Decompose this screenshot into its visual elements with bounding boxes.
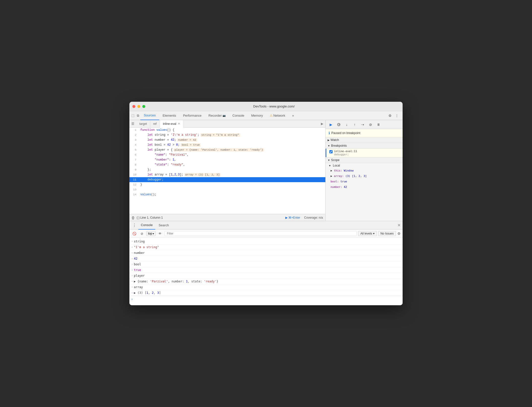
- console-tab-search[interactable]: Search: [156, 221, 171, 230]
- paused-text: Paused on breakpoint: [331, 131, 360, 135]
- main-content: ☰ target ref inline-eval ✕ ▶ 1: [129, 120, 403, 221]
- local-arrow-icon: ▼: [329, 164, 331, 167]
- breakpoints-header[interactable]: ▼ Breakpoints: [326, 143, 403, 149]
- file-tree-toggle[interactable]: ☰: [129, 122, 136, 126]
- toolbar-end: ⚙ ⋮: [387, 113, 402, 119]
- log-ret-arrow-icon: ‹: [131, 291, 133, 295]
- editor-tab-ref[interactable]: ref: [150, 120, 160, 128]
- breakpoints-arrow-icon: ▼: [328, 144, 330, 147]
- clear-console-button[interactable]: 🚫: [131, 231, 137, 237]
- run-button[interactable]: ▶ ⌘+Enter: [285, 216, 300, 219]
- step-button[interactable]: ⇢: [359, 121, 366, 128]
- info-icon: ℹ: [329, 131, 330, 135]
- code-line-3: 3 let number = 42;number = 42: [129, 137, 325, 142]
- log-out-arrow-icon: ›: [131, 273, 133, 278]
- context-arrow-icon: ▾: [153, 232, 154, 235]
- code-line-7: 7 "number": 1,: [129, 157, 325, 162]
- console-header: ⋮ Console Search ✕: [129, 221, 403, 230]
- scope-header[interactable]: ▼ Scope: [326, 157, 403, 163]
- settings-icon[interactable]: ⚙: [387, 113, 393, 119]
- log-item-bool-ret: ‹ true: [129, 267, 403, 273]
- log-out-arrow-icon: ›: [131, 251, 133, 255]
- tab-close-icon[interactable]: ✕: [178, 122, 180, 125]
- breakpoint-checkbox[interactable]: [329, 150, 333, 153]
- issues-counter[interactable]: No Issues: [378, 231, 396, 236]
- debug-toolbar: ▶ ↓ ↑ ⇢ ⊘ ⏸: [326, 120, 403, 129]
- tab-sources[interactable]: Sources: [140, 111, 159, 120]
- console-filter-input[interactable]: [165, 231, 357, 236]
- inspector-icon[interactable]: ⬚: [130, 113, 135, 118]
- eye-icon[interactable]: 👁: [157, 231, 163, 237]
- breakpoints-section: ▼ Breakpoints inline-eval:11 debugger;: [326, 143, 403, 157]
- editor-panel: ☰ target ref inline-eval ✕ ▶ 1: [129, 120, 326, 221]
- tab-elements[interactable]: Elements: [159, 111, 180, 120]
- log-out-arrow-icon: ›: [131, 262, 133, 267]
- local-label: Local: [333, 164, 340, 167]
- console-prompt-input[interactable]: [135, 297, 401, 301]
- log-item-array-ret: ‹ ▶ (3) [1, 2, 3]: [129, 290, 403, 296]
- scope-bool: bool: true: [326, 179, 403, 184]
- tab-console[interactable]: Console: [229, 111, 248, 120]
- console-log: › string ‹ "I'm a string" › number ‹ 42 …: [129, 238, 403, 305]
- breakpoints-label: Breakpoints: [331, 144, 347, 147]
- close-button[interactable]: [132, 105, 135, 108]
- maximize-button[interactable]: [142, 105, 145, 108]
- scope-section: ▼ Scope ▼ Local ▶ this: Window ▶ array: …: [326, 157, 403, 221]
- watch-section-header[interactable]: ▶ Watch: [326, 137, 403, 143]
- code-line-1: 1 function values() {: [129, 128, 325, 133]
- tab-more[interactable]: »: [289, 111, 297, 120]
- log-level-selector[interactable]: All levels ▾: [358, 231, 377, 236]
- console-close-button[interactable]: ✕: [397, 223, 401, 228]
- devtools-window: DevTools - www.google.com/ ⬚ ⧉ Sources E…: [129, 102, 403, 305]
- log-item-string-ret: ‹ "I'm a string": [129, 244, 403, 250]
- bp-code: debugger;: [334, 153, 357, 156]
- breakpoint-item: inline-eval:11 debugger;: [326, 149, 403, 157]
- editor-tab-inline-eval[interactable]: inline-eval ✕: [160, 120, 183, 128]
- resume-button[interactable]: ▶: [328, 121, 334, 128]
- code-line-11: 11 debugger;: [129, 177, 325, 182]
- titlebar: DevTools - www.google.com/: [129, 102, 403, 111]
- open-file-icon[interactable]: ▶: [319, 122, 325, 126]
- watch-label: Watch: [331, 138, 339, 142]
- code-editor[interactable]: 1 function values() { 2 let string = 'I\…: [129, 128, 325, 214]
- tab-performance[interactable]: Performance: [180, 111, 205, 120]
- console-settings-button[interactable]: ⚙: [397, 232, 401, 236]
- scope-label: Scope: [331, 158, 340, 162]
- context-selector[interactable]: top ▾: [146, 231, 156, 236]
- network-warning-icon: ⚠: [270, 114, 273, 117]
- local-group[interactable]: ▼ Local: [326, 163, 403, 168]
- tab-memory[interactable]: Memory: [248, 111, 266, 120]
- console-toolbar: 🚫 ⊘ top ▾ 👁 All levels ▾ No Issues ⚙: [129, 230, 403, 238]
- log-item-string-out: › string: [129, 239, 403, 244]
- format-icon[interactable]: {}: [132, 216, 134, 219]
- tab-recorder[interactable]: Recorder 📷: [205, 111, 229, 120]
- step-into-button[interactable]: ↓: [343, 121, 350, 128]
- block-console-button[interactable]: ⊘: [139, 231, 145, 237]
- log-out-arrow-icon: ›: [131, 239, 133, 244]
- step-out-button[interactable]: ↑: [351, 121, 358, 128]
- device-toolbar-icon[interactable]: ⧉: [135, 113, 140, 118]
- prompt-arrow-icon: ›: [131, 297, 133, 301]
- minimize-button[interactable]: [137, 105, 140, 108]
- code-line-2: 2 let string = 'I\'m a string';string = …: [129, 133, 325, 137]
- code-line-8: 8 "state": "ready",: [129, 162, 325, 167]
- console-prompt: ›: [129, 296, 403, 302]
- console-tab-console[interactable]: Console: [138, 221, 155, 230]
- coverage-status: Coverage: n/a: [304, 216, 323, 219]
- more-vert-icon[interactable]: ⋮: [394, 113, 400, 119]
- log-out-arrow-icon: ›: [131, 285, 133, 289]
- tab-network[interactable]: ⚠ Network: [266, 111, 289, 120]
- code-line-5: 5 let player = {player = {name: 'Parziva…: [129, 147, 325, 152]
- code-line-14: 14 values();: [129, 192, 325, 197]
- pause-on-exceptions-button[interactable]: ⏸: [375, 121, 382, 128]
- deactivate-breakpoints-button[interactable]: ⊘: [367, 121, 374, 128]
- log-item-number-out: › number: [129, 250, 403, 256]
- console-menu-button[interactable]: ⋮: [131, 223, 137, 228]
- cursor-position: { } Line 1, Column 1: [137, 216, 163, 219]
- editor-tab-target[interactable]: target: [136, 120, 150, 128]
- log-item-player-out: › player: [129, 273, 403, 279]
- step-over-button[interactable]: [336, 121, 342, 128]
- scope-this: ▶ this: Window: [326, 168, 403, 173]
- editor-tab-bar: ☰ target ref inline-eval ✕ ▶: [129, 120, 325, 128]
- traffic-lights: [132, 105, 145, 108]
